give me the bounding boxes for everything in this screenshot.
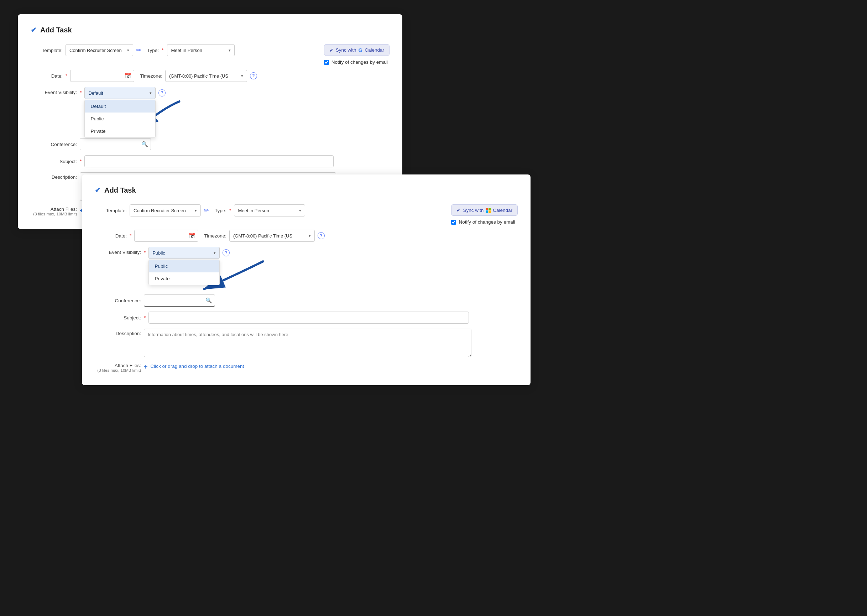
type-chevron-top: ▾ xyxy=(229,48,231,53)
template-label-bottom: Template: xyxy=(95,208,127,213)
conference-input-top[interactable] xyxy=(80,138,151,150)
dropdown-item-public[interactable]: Public xyxy=(85,113,155,125)
visibility-menu-bottom: Public Private xyxy=(148,259,220,285)
description-textarea-bottom[interactable] xyxy=(144,328,471,357)
dropdown-item-private-bottom[interactable]: Private xyxy=(149,272,219,285)
type-select-bottom[interactable]: Meet in Person ▾ xyxy=(234,204,305,217)
type-label-top: Type: xyxy=(147,48,159,53)
top-card-title: ✔ Add Task xyxy=(31,26,390,34)
template-select-bottom[interactable]: Confirm Recruiter Screen ▾ xyxy=(130,204,201,217)
visibility-help-bottom[interactable]: ? xyxy=(223,249,230,256)
timezone-help-top[interactable]: ? xyxy=(250,72,257,79)
date-label-bottom: Date: xyxy=(95,233,127,239)
sync-service-top: Calendar xyxy=(364,47,384,53)
subject-label-bottom: Subject: xyxy=(95,315,141,321)
date-required-bottom: * xyxy=(130,233,131,239)
attach-sub-top: (3 files max, 10MB limit) xyxy=(31,212,77,216)
type-value-bottom: Meet in Person xyxy=(238,208,269,213)
subject-required-top: * xyxy=(80,159,82,164)
notify-label-top: Notify of changes by email xyxy=(331,60,388,65)
visibility-dropdown-top[interactable]: Default ▾ Default Public Private xyxy=(84,87,155,99)
attach-link-bottom[interactable]: Click or drag and drop to attach a docum… xyxy=(151,363,244,369)
bottom-title-text: Add Task xyxy=(104,186,136,195)
notify-checkbox-bottom[interactable] xyxy=(451,220,456,225)
template-value-top: Confirm Recruiter Screen xyxy=(69,48,122,53)
edit-icon-top[interactable]: ✏ xyxy=(136,46,141,54)
type-label-bottom: Type: xyxy=(215,208,226,213)
check-icon: ✔ xyxy=(31,26,37,34)
visibility-value-top: Default xyxy=(88,90,103,96)
sync-calendar-btn-top[interactable]: ✔ Sync with G Calendar xyxy=(324,44,390,56)
conference-input-bottom[interactable] xyxy=(144,294,215,306)
check-icon-bottom: ✔ xyxy=(95,186,101,195)
timezone-select-bottom[interactable]: (GMT-8:00) Pacific Time (US ▾ xyxy=(229,229,315,242)
dropdown-item-public-bottom[interactable]: Public xyxy=(149,260,219,272)
attach-label-top: Attach Files: xyxy=(31,206,77,212)
notify-row-bottom: Notify of changes by email xyxy=(451,219,515,225)
notify-row-top: Notify of changes by email xyxy=(324,60,388,65)
subject-required-bottom: * xyxy=(144,315,146,321)
bottom-card: ✔ Add Task Template: Confirm Recruiter S… xyxy=(82,174,531,385)
calendar-icon-top[interactable]: 📅 xyxy=(125,73,131,79)
visibility-chevron-bottom: ▾ xyxy=(214,251,216,255)
type-value-top: Meet in Person xyxy=(171,48,202,53)
visibility-required-top: * xyxy=(80,90,82,96)
calendar-icon-bottom[interactable]: 📅 xyxy=(189,233,195,239)
top-title-text: Add Task xyxy=(40,26,72,34)
visibility-menu-top: Default Public Private xyxy=(84,100,155,138)
search-icon-top[interactable]: 🔍 xyxy=(141,141,148,148)
notify-checkbox-top[interactable] xyxy=(324,60,329,65)
date-required-top: * xyxy=(66,73,67,79)
visibility-dropdown-bottom[interactable]: Public ▾ Public Private xyxy=(148,247,220,259)
sync-service-bottom: Calendar xyxy=(493,207,512,213)
bottom-card-title: ✔ Add Task xyxy=(95,186,518,195)
sync-text-top: Sync with xyxy=(336,47,357,53)
ms-icon-bottom xyxy=(486,207,491,212)
timezone-label-bottom: Timezone: xyxy=(204,233,226,239)
sync-text-bottom: Sync with xyxy=(463,207,484,213)
notify-label-bottom: Notify of changes by email xyxy=(459,219,515,225)
type-chevron-bottom: ▾ xyxy=(299,208,301,213)
description-label-bottom: Description: xyxy=(95,328,141,336)
sync-check-bottom: ✔ xyxy=(457,207,461,213)
subject-input-bottom[interactable]: for QA Automation Engineer xyxy=(148,311,469,324)
type-required-bottom: * xyxy=(229,207,231,213)
edit-icon-bottom[interactable]: ✏ xyxy=(204,206,209,214)
visibility-chevron-top: ▾ xyxy=(149,91,152,96)
visibility-value-bottom: Public xyxy=(152,250,165,256)
description-label-top: Description: xyxy=(31,172,77,180)
type-select-top[interactable]: Meet in Person ▾ xyxy=(167,44,235,56)
attach-sub-bottom: (3 files max, 10MB limit) xyxy=(95,368,141,372)
template-chevron-bottom: ▾ xyxy=(195,208,197,213)
conference-label-bottom: Conference: xyxy=(95,298,141,303)
timezone-value-bottom: (GMT-8:00) Pacific Time (US xyxy=(233,233,292,239)
google-icon-top: G xyxy=(358,47,363,53)
template-label-top: Template: xyxy=(31,48,63,53)
visibility-label-bottom: Event Visibility: xyxy=(95,250,141,255)
conference-label-top: Conference: xyxy=(31,142,77,147)
timezone-chevron-bottom: ▾ xyxy=(309,234,311,238)
timezone-label-top: Timezone: xyxy=(140,73,162,79)
attach-label-bottom: Attach Files: xyxy=(95,363,141,368)
sync-check-top: ✔ xyxy=(329,47,334,53)
type-required-top: * xyxy=(162,47,163,53)
sync-calendar-btn-bottom[interactable]: ✔ Sync with Calendar xyxy=(451,204,518,216)
visibility-label-top: Event Visibility: xyxy=(31,90,77,95)
timezone-select-top[interactable]: (GMT-8:00) Pacific Time (US ▾ xyxy=(165,70,247,82)
visibility-required-bottom: * xyxy=(144,250,146,255)
subject-label-top: Subject: xyxy=(31,159,77,164)
subject-input-top[interactable]: for QA Automation Engineer xyxy=(84,155,334,167)
visibility-help-top[interactable]: ? xyxy=(159,90,166,96)
timezone-value-top: (GMT-8:00) Pacific Time (US xyxy=(169,73,228,79)
date-label-top: Date: xyxy=(31,73,63,79)
template-value-bottom: Confirm Recruiter Screen xyxy=(134,208,186,213)
template-select-top[interactable]: Confirm Recruiter Screen ▾ xyxy=(66,44,133,56)
timezone-chevron-top: ▾ xyxy=(241,74,243,79)
attach-plus-bottom: + xyxy=(144,363,148,371)
template-chevron-top: ▾ xyxy=(127,48,129,53)
search-icon-bottom[interactable]: 🔍 xyxy=(206,297,212,304)
dropdown-item-private[interactable]: Private xyxy=(85,125,155,137)
dropdown-item-default[interactable]: Default xyxy=(85,100,155,113)
timezone-help-bottom[interactable]: ? xyxy=(317,232,325,239)
